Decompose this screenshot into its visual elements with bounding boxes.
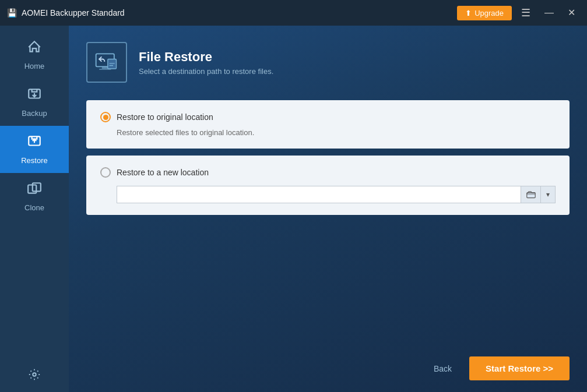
option-header-original: Restore to original location [100,112,556,122]
radio-original[interactable] [100,112,111,122]
app-icon: 💾 [7,8,17,17]
settings-button[interactable] [28,368,41,384]
options-container: Restore to original location Restore sel… [86,100,570,348]
app-title: AOMEI Backupper Standard [22,8,125,17]
upgrade-icon: ⬆ [465,9,472,17]
home-icon [27,40,42,58]
dropdown-button[interactable]: ▾ [540,186,556,203]
page-subtitle: Select a destination path to restore fil… [139,67,273,76]
sidebar-bottom [0,360,69,392]
sidebar-item-backup[interactable]: Backup [0,79,69,126]
option-header-new: Restore to a new location [100,167,556,178]
option-label-new: Restore to a new location [117,168,209,177]
start-restore-label: Start Restore >> [486,363,553,373]
location-input-row: ▾ [117,186,556,203]
start-restore-button[interactable]: Start Restore >> [469,356,570,380]
sidebar: Home Backup Restore [0,26,69,392]
sidebar-item-home[interactable]: Home [0,31,69,79]
sidebar-item-clone[interactable]: Clone [0,173,69,220]
upgrade-label: Upgrade [474,9,504,17]
restore-icon [27,134,42,153]
clone-icon [27,181,42,200]
location-input[interactable] [117,186,521,203]
sidebar-item-restore[interactable]: Restore [0,126,69,173]
footer: Back Start Restore >> [86,348,570,380]
page-header: File Restore Select a destination path t… [86,42,570,83]
page-title: File Restore [139,50,273,65]
sidebar-label-restore: Restore [21,156,48,165]
option-card-original[interactable]: Restore to original location Restore sel… [86,100,570,149]
svg-rect-6 [102,66,108,69]
close-button[interactable]: ✕ [563,6,580,20]
content-area: File Restore Select a destination path t… [69,26,587,392]
main-layout: Home Backup Restore [0,26,587,392]
radio-new[interactable] [100,167,111,178]
option-card-new[interactable]: Restore to a new location ▾ [86,156,570,215]
svg-point-4 [33,373,36,376]
option-label-original: Restore to original location [117,112,213,122]
upgrade-button[interactable]: ⬆ Upgrade [457,6,512,20]
menu-button[interactable]: ☰ [516,4,535,22]
back-button[interactable]: Back [424,358,461,379]
option-desc-original: Restore selected files to original locat… [117,128,556,137]
sidebar-label-clone: Clone [24,203,44,212]
page-icon-box [86,42,127,83]
minimize-button[interactable]: — [540,6,558,20]
sidebar-label-backup: Backup [22,109,47,118]
browse-button[interactable] [521,186,540,203]
app-title-group: 💾 AOMEI Backupper Standard [7,8,125,17]
sidebar-label-home: Home [24,62,45,70]
title-bar: 💾 AOMEI Backupper Standard ⬆ Upgrade ☰ —… [0,0,587,26]
backup-icon [27,87,42,105]
svg-rect-8 [108,59,117,69]
svg-rect-9 [526,193,535,198]
title-bar-controls: ⬆ Upgrade ☰ — ✕ [457,4,580,22]
page-title-group: File Restore Select a destination path t… [139,50,273,76]
file-restore-illustration [94,50,119,75]
